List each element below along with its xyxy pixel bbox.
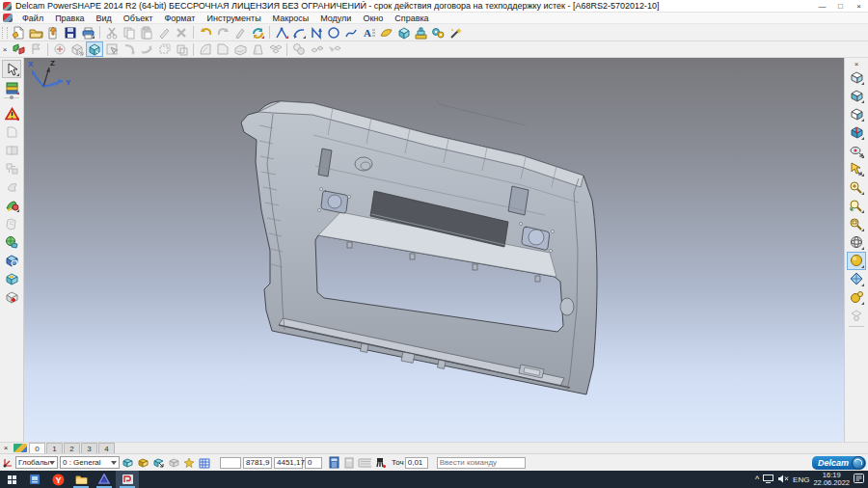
viewport-3d[interactable]: X Z Y [24, 58, 844, 442]
view-box-icon[interactable] [2, 251, 21, 269]
cursor-view-icon[interactable] [847, 160, 866, 178]
blank-field [220, 457, 241, 469]
assembly-tool-icon[interactable] [429, 25, 447, 41]
surface-tool-icon[interactable] [377, 25, 394, 41]
workplane-edit-icon[interactable] [151, 456, 165, 470]
file-explorer-button[interactable] [69, 471, 93, 488]
solid-tool-icon[interactable] [394, 25, 412, 41]
toolbar-grip[interactable] [2, 27, 8, 39]
level-tab-4[interactable]: 4 [98, 443, 115, 453]
level-dropdown[interactable]: 0 : General [60, 456, 120, 469]
boolean-union-icon [290, 41, 308, 57]
start-button[interactable] [0, 471, 23, 488]
level-tab-0[interactable]: 0 [29, 443, 45, 453]
workplane-single-icon[interactable] [121, 456, 134, 470]
menu-modules[interactable]: Модули [314, 13, 357, 24]
workplane-dropdown-value: Глобальны [18, 458, 49, 467]
menu-edit[interactable]: Правка [49, 13, 90, 24]
notification-center-icon[interactable] [854, 474, 864, 485]
compare-models-icon[interactable] [10, 41, 27, 57]
minimize-button[interactable]: — [813, 0, 831, 13]
coord-x-field[interactable]: 8781,9 [243, 457, 272, 469]
level-tab-1[interactable]: 1 [46, 443, 63, 453]
workplane-dropdown[interactable]: Глобальны [15, 456, 58, 469]
close-button[interactable]: × [850, 0, 868, 13]
tolerance-field[interactable]: 0,01 [405, 457, 428, 469]
arc-tool-icon[interactable] [290, 25, 308, 41]
storage-box-icon[interactable] [2, 269, 21, 287]
refresh-icon[interactable] [249, 25, 266, 41]
grid-icon[interactable] [198, 456, 211, 470]
menu-help[interactable]: Справка [389, 13, 434, 24]
menu-view[interactable]: Вид [91, 13, 118, 24]
undo-icon[interactable] [197, 25, 214, 41]
axis-z-label: Z [50, 59, 55, 68]
zoom-full-icon[interactable] [847, 197, 866, 215]
robot-tool-icon[interactable] [373, 456, 387, 470]
calculator-icon[interactable] [327, 456, 340, 470]
level-tabs-close-icon[interactable]: × [0, 444, 12, 452]
toolbar-close-icon[interactable]: × [0, 44, 10, 54]
workplane-gray-icon [167, 456, 180, 470]
save-icon[interactable] [62, 25, 79, 41]
level-tab-2[interactable]: 2 [64, 443, 80, 453]
menu-file[interactable]: Файл [16, 13, 49, 24]
wire-globe-icon[interactable] [847, 233, 866, 252]
first-aid-box-icon[interactable] [2, 287, 21, 306]
import-icon[interactable] [44, 25, 62, 41]
solid-extrude-selected-icon[interactable] [86, 41, 103, 57]
zoom-in-icon[interactable] [847, 178, 866, 197]
menu-format[interactable]: Формат [159, 13, 202, 24]
snap-star-icon[interactable] [182, 456, 196, 470]
diamond-view-icon[interactable] [847, 270, 866, 288]
circle-tool-icon[interactable] [325, 25, 342, 41]
levels-mini-icon[interactable] [14, 444, 27, 452]
svg-text:Y: Y [55, 474, 61, 484]
clock[interactable]: 16:1922.06.2022 [813, 472, 850, 487]
menu-window[interactable]: Окно [357, 13, 389, 24]
shaded-cube-icon[interactable] [847, 87, 866, 105]
search-tile-button[interactable] [23, 471, 46, 488]
coord-y-field[interactable]: 4451,17 [274, 457, 303, 469]
levels-icon[interactable] [2, 78, 21, 96]
language-indicator[interactable]: ENG [793, 475, 809, 484]
world-box-icon[interactable] [2, 232, 21, 251]
select-arrow-icon[interactable] [2, 60, 21, 78]
cad-model-truck-panel[interactable] [24, 58, 844, 442]
tray-chevron-icon[interactable]: ^ [755, 474, 759, 484]
monitor-icon[interactable] [763, 474, 773, 485]
print-icon[interactable] [79, 25, 96, 41]
menu-object[interactable]: Объект [118, 13, 159, 24]
menu-macros[interactable]: Макросы [267, 13, 315, 24]
workplane-multi-icon[interactable] [136, 456, 149, 470]
coord-z-field[interactable]: 0 [305, 457, 322, 469]
views-toolbar-close-icon[interactable]: × [845, 59, 868, 68]
cad-viewer-button[interactable] [93, 471, 116, 488]
solid-extrude-icon [68, 41, 86, 57]
polyline-tool-icon[interactable] [308, 25, 325, 41]
text-tool-icon[interactable]: A [360, 25, 377, 41]
dynamic-section-cube-icon[interactable] [847, 123, 866, 142]
view-spin-icon[interactable] [847, 142, 866, 160]
wizard-tool-icon[interactable] [447, 25, 464, 41]
tools-color-icon[interactable] [2, 196, 21, 214]
speaker-muted-icon[interactable] [777, 474, 789, 485]
menu-tools[interactable]: Инструменты [201, 13, 266, 24]
workplane-axis-icon[interactable] [1, 456, 14, 470]
new-file-icon[interactable] [10, 25, 27, 41]
powershape-app-button[interactable] [116, 471, 139, 488]
sphere-pair-icon[interactable] [847, 288, 866, 307]
maximize-button[interactable]: □ [831, 0, 850, 13]
wireframe-cube-icon[interactable] [847, 68, 866, 87]
feature-tool-icon[interactable] [412, 25, 429, 41]
yandex-browser-button[interactable]: Y [46, 471, 69, 488]
curve-tool-icon[interactable] [342, 25, 360, 41]
shaded-sphere-icon[interactable] [847, 252, 866, 270]
open-file-icon[interactable] [27, 25, 44, 41]
warning-icon[interactable] [2, 104, 21, 122]
line-tool-icon[interactable] [273, 25, 290, 41]
command-input[interactable] [437, 457, 526, 469]
level-tab-3[interactable]: 3 [81, 443, 97, 453]
zoom-box-icon[interactable] [847, 215, 866, 233]
hidden-line-cube-icon[interactable] [847, 105, 866, 123]
